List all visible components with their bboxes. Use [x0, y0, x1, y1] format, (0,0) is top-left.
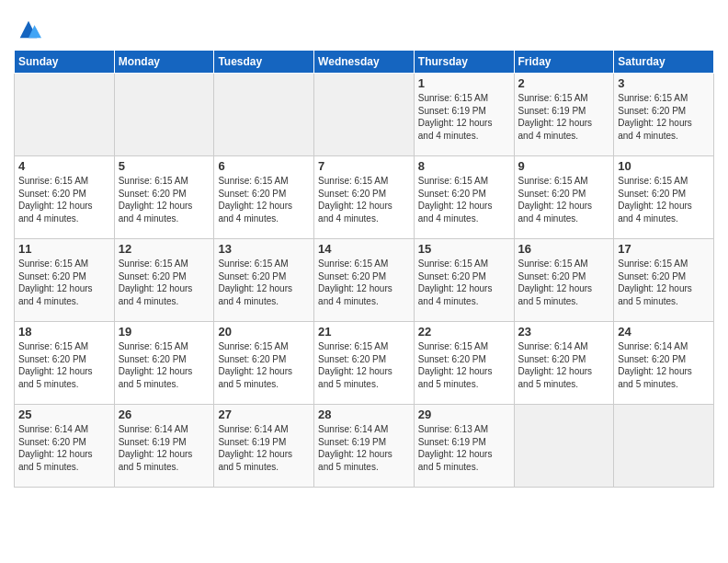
calendar-cell: 17Sunrise: 6:15 AM Sunset: 6:20 PM Dayli… [614, 239, 714, 322]
day-number: 19 [119, 325, 210, 339]
calendar-cell: 3Sunrise: 6:15 AM Sunset: 6:20 PM Daylig… [614, 74, 714, 156]
day-number: 20 [218, 325, 310, 339]
day-number: 25 [18, 408, 110, 421]
calendar-cell: 16Sunrise: 6:15 AM Sunset: 6:20 PM Dayli… [514, 239, 614, 322]
day-number: 28 [318, 408, 410, 421]
logo-icon [16, 17, 41, 42]
day-info: Sunrise: 6:15 AM Sunset: 6:20 PM Dayligh… [418, 175, 510, 224]
day-info: Sunrise: 6:14 AM Sunset: 6:20 PM Dayligh… [18, 423, 110, 473]
day-number: 17 [618, 242, 710, 256]
day-info: Sunrise: 6:15 AM Sunset: 6:19 PM Dayligh… [518, 92, 610, 142]
calendar-cell: 20Sunrise: 6:15 AM Sunset: 6:20 PM Dayli… [214, 322, 314, 405]
calendar-cell: 7Sunrise: 6:15 AM Sunset: 6:20 PM Daylig… [314, 156, 415, 239]
day-info: Sunrise: 6:15 AM Sunset: 6:20 PM Dayligh… [318, 340, 410, 390]
day-info: Sunrise: 6:14 AM Sunset: 6:20 PM Dayligh… [518, 340, 610, 390]
calendar-cell: 23Sunrise: 6:14 AM Sunset: 6:20 PM Dayli… [514, 322, 614, 405]
day-header-thursday: Thursday [414, 51, 514, 74]
day-info: Sunrise: 6:14 AM Sunset: 6:19 PM Dayligh… [218, 423, 310, 473]
calendar-cell: 19Sunrise: 6:15 AM Sunset: 6:20 PM Dayli… [114, 322, 214, 405]
day-header-friday: Friday [514, 51, 614, 74]
day-number: 26 [119, 408, 210, 421]
day-info: Sunrise: 6:15 AM Sunset: 6:20 PM Dayligh… [18, 175, 110, 224]
day-number: 21 [318, 325, 410, 339]
calendar-cell: 10Sunrise: 6:15 AM Sunset: 6:20 PM Dayli… [614, 156, 714, 239]
calendar-cell: 26Sunrise: 6:14 AM Sunset: 6:19 PM Dayli… [114, 405, 214, 488]
day-info: Sunrise: 6:14 AM Sunset: 6:19 PM Dayligh… [119, 423, 210, 473]
day-number: 23 [518, 325, 610, 339]
day-info: Sunrise: 6:15 AM Sunset: 6:20 PM Dayligh… [18, 340, 110, 390]
calendar-cell: 4Sunrise: 6:15 AM Sunset: 6:20 PM Daylig… [15, 156, 115, 239]
day-number: 4 [18, 159, 110, 173]
day-info: Sunrise: 6:14 AM Sunset: 6:20 PM Dayligh… [618, 340, 710, 390]
day-info: Sunrise: 6:15 AM Sunset: 6:20 PM Dayligh… [418, 258, 510, 307]
calendar-cell: 18Sunrise: 6:15 AM Sunset: 6:20 PM Dayli… [15, 322, 115, 405]
day-info: Sunrise: 6:15 AM Sunset: 6:20 PM Dayligh… [618, 175, 710, 224]
calendar-cell: 13Sunrise: 6:15 AM Sunset: 6:20 PM Dayli… [214, 239, 314, 322]
calendar-cell: 1Sunrise: 6:15 AM Sunset: 6:19 PM Daylig… [414, 74, 514, 156]
day-number: 11 [18, 242, 110, 256]
calendar-cell [114, 74, 214, 156]
day-info: Sunrise: 6:15 AM Sunset: 6:20 PM Dayligh… [318, 258, 410, 307]
day-number: 12 [119, 242, 210, 256]
calendar-cell [514, 405, 614, 488]
day-info: Sunrise: 6:13 AM Sunset: 6:19 PM Dayligh… [418, 423, 510, 473]
calendar-cell: 29Sunrise: 6:13 AM Sunset: 6:19 PM Dayli… [414, 405, 514, 488]
calendar-cell: 2Sunrise: 6:15 AM Sunset: 6:19 PM Daylig… [514, 74, 614, 156]
calendar-cell: 14Sunrise: 6:15 AM Sunset: 6:20 PM Dayli… [314, 239, 415, 322]
day-header-monday: Monday [114, 51, 214, 74]
day-info: Sunrise: 6:15 AM Sunset: 6:20 PM Dayligh… [418, 340, 510, 390]
day-info: Sunrise: 6:15 AM Sunset: 6:20 PM Dayligh… [618, 92, 710, 142]
day-number: 22 [418, 325, 510, 339]
calendar-cell: 25Sunrise: 6:14 AM Sunset: 6:20 PM Dayli… [15, 405, 115, 488]
day-info: Sunrise: 6:15 AM Sunset: 6:20 PM Dayligh… [218, 340, 310, 390]
calendar-cell [15, 74, 115, 156]
calendar-cell: 11Sunrise: 6:15 AM Sunset: 6:20 PM Dayli… [15, 239, 115, 322]
day-number: 6 [218, 159, 310, 173]
day-number: 5 [119, 159, 210, 173]
calendar-cell: 6Sunrise: 6:15 AM Sunset: 6:20 PM Daylig… [214, 156, 314, 239]
day-number: 9 [518, 159, 610, 173]
day-number: 8 [418, 159, 510, 173]
calendar-header: SundayMondayTuesdayWednesdayThursdayFrid… [15, 51, 714, 74]
day-number: 27 [218, 408, 310, 421]
day-number: 14 [318, 242, 410, 256]
day-number: 2 [518, 76, 610, 90]
calendar-cell: 28Sunrise: 6:14 AM Sunset: 6:19 PM Dayli… [314, 405, 415, 488]
day-header-wednesday: Wednesday [314, 51, 415, 74]
day-number: 7 [318, 159, 410, 173]
calendar-cell: 27Sunrise: 6:14 AM Sunset: 6:19 PM Dayli… [214, 405, 314, 488]
calendar-cell: 9Sunrise: 6:15 AM Sunset: 6:20 PM Daylig… [514, 156, 614, 239]
page-header [14, 9, 714, 42]
day-info: Sunrise: 6:15 AM Sunset: 6:20 PM Dayligh… [618, 258, 710, 307]
day-number: 18 [18, 325, 110, 339]
calendar-cell: 22Sunrise: 6:15 AM Sunset: 6:20 PM Dayli… [414, 322, 514, 405]
day-header-tuesday: Tuesday [214, 51, 314, 74]
calendar-cell: 24Sunrise: 6:14 AM Sunset: 6:20 PM Dayli… [614, 322, 714, 405]
day-info: Sunrise: 6:15 AM Sunset: 6:20 PM Dayligh… [119, 258, 210, 307]
day-number: 13 [218, 242, 310, 256]
day-number: 1 [418, 76, 510, 90]
day-header-saturday: Saturday [614, 51, 714, 74]
day-info: Sunrise: 6:15 AM Sunset: 6:19 PM Dayligh… [418, 92, 510, 142]
calendar-cell [614, 405, 714, 488]
day-info: Sunrise: 6:15 AM Sunset: 6:20 PM Dayligh… [119, 175, 210, 224]
calendar-cell [214, 74, 314, 156]
day-number: 29 [418, 408, 510, 421]
calendar-cell: 12Sunrise: 6:15 AM Sunset: 6:20 PM Dayli… [114, 239, 214, 322]
day-info: Sunrise: 6:15 AM Sunset: 6:20 PM Dayligh… [119, 340, 210, 390]
day-info: Sunrise: 6:15 AM Sunset: 6:20 PM Dayligh… [218, 258, 310, 307]
day-number: 24 [618, 325, 710, 339]
calendar-cell: 21Sunrise: 6:15 AM Sunset: 6:20 PM Dayli… [314, 322, 415, 405]
calendar-cell: 8Sunrise: 6:15 AM Sunset: 6:20 PM Daylig… [414, 156, 514, 239]
logo [14, 17, 41, 42]
day-info: Sunrise: 6:15 AM Sunset: 6:20 PM Dayligh… [318, 175, 410, 224]
day-info: Sunrise: 6:14 AM Sunset: 6:19 PM Dayligh… [318, 423, 410, 473]
calendar-cell [314, 74, 415, 156]
calendar-table: SundayMondayTuesdayWednesdayThursdayFrid… [14, 50, 714, 488]
day-info: Sunrise: 6:15 AM Sunset: 6:20 PM Dayligh… [518, 175, 610, 224]
day-info: Sunrise: 6:15 AM Sunset: 6:20 PM Dayligh… [518, 258, 610, 307]
calendar-cell: 5Sunrise: 6:15 AM Sunset: 6:20 PM Daylig… [114, 156, 214, 239]
day-info: Sunrise: 6:15 AM Sunset: 6:20 PM Dayligh… [218, 175, 310, 224]
day-number: 15 [418, 242, 510, 256]
day-header-sunday: Sunday [15, 51, 115, 74]
